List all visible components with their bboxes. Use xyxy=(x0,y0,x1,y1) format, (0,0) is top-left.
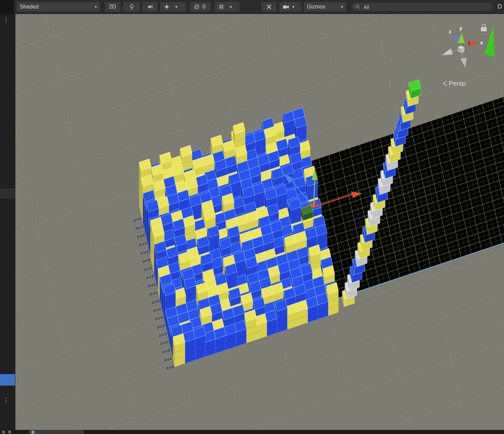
status-icon[interactable] xyxy=(2,431,5,433)
camera-dropdown-button[interactable]: ▾ xyxy=(279,2,301,12)
effects-dropdown-button[interactable]: ▾ xyxy=(160,2,186,12)
scene-toolbar: Shaded ▾ 2D ▾ 0 xyxy=(0,0,504,14)
hidden-count: 0 xyxy=(203,4,206,10)
camera-icon xyxy=(282,3,290,10)
right-panel-partial-label: D xyxy=(498,3,502,10)
collapsed-tab[interactable] xyxy=(0,188,15,199)
chevron-down-icon: ▾ xyxy=(175,5,177,9)
left-tab-strip xyxy=(0,14,15,430)
toolbar-separator xyxy=(102,1,103,12)
axis-y-label: y xyxy=(459,25,462,31)
button-divider xyxy=(338,3,339,11)
search-field[interactable] xyxy=(351,2,493,11)
toggle-2d-button[interactable]: 2D xyxy=(105,2,120,12)
gizmos-label: Gizmos xyxy=(307,4,325,10)
gizmos-dropdown[interactable]: Gizmos ▾ xyxy=(303,2,346,12)
grid-visibility-dropdown[interactable]: ▾ xyxy=(214,2,240,12)
chevron-down-icon: ▾ xyxy=(341,5,343,9)
toolbar-left-stub xyxy=(0,0,14,14)
tools-button[interactable] xyxy=(261,2,277,12)
scene-viewport[interactable]: aveaveaveaveaveaveaveaveaveaveaveaveavea… xyxy=(15,14,504,430)
axis-z-label: z xyxy=(449,29,451,34)
button-divider xyxy=(227,3,227,11)
bottom-panel-tab[interactable] xyxy=(29,430,84,434)
chevron-down-icon: ▾ xyxy=(95,5,97,9)
shading-mode-dropdown[interactable]: Shaded ▾ xyxy=(16,2,100,12)
more-options-icon[interactable] xyxy=(5,398,6,403)
light-bulb-icon xyxy=(128,3,135,10)
status-icon[interactable] xyxy=(8,431,11,433)
persp-label: Persp xyxy=(449,80,466,87)
scene-render[interactable]: aveaveaveaveaveaveaveaveaveaveaveaveavea… xyxy=(15,14,504,430)
hidden-eye-icon xyxy=(193,3,200,10)
scene-visibility-button[interactable]: 0 xyxy=(190,2,211,12)
tools-icon xyxy=(266,3,272,10)
2d-label: 2D xyxy=(109,4,116,10)
tab-icon xyxy=(31,431,34,434)
shading-mode-label: Shaded xyxy=(20,4,39,10)
lighting-toggle-button[interactable] xyxy=(123,2,140,12)
chevron-down-icon: ▾ xyxy=(292,5,294,9)
effects-star-icon xyxy=(163,3,170,10)
search-icon xyxy=(355,4,360,10)
more-options-icon[interactable] xyxy=(5,18,6,23)
button-divider xyxy=(173,3,173,11)
bottom-bar xyxy=(0,430,504,434)
axis-x-label: x xyxy=(480,40,483,45)
grid-icon xyxy=(218,3,225,10)
speaker-icon xyxy=(147,3,153,10)
active-tab-indicator[interactable] xyxy=(0,374,15,386)
chevron-down-icon: ▾ xyxy=(230,5,232,9)
audio-toggle-button[interactable] xyxy=(142,2,158,12)
search-input[interactable] xyxy=(363,4,489,10)
